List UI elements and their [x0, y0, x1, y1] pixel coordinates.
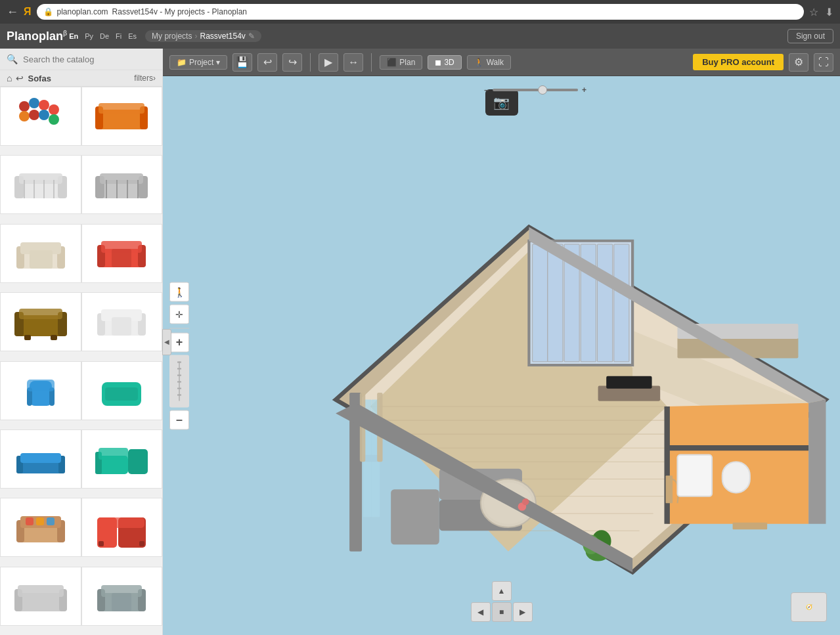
- zoom-tick-2: [177, 368, 181, 369]
- lang-de-button[interactable]: De: [98, 31, 111, 41]
- catalog-item-7[interactable]: [0, 292, 81, 351]
- nav-right-button[interactable]: ▶: [513, 602, 533, 622]
- breadcrumb-project-name[interactable]: Rassvet154v: [200, 32, 245, 41]
- buy-pro-button[interactable]: Buy PRO account: [693, 54, 784, 70]
- catalog-item-4[interactable]: [81, 155, 163, 214]
- url-text: planoplan.com: [57, 7, 108, 16]
- fullscreen-button[interactable]: ⛶: [814, 53, 833, 72]
- catalog-item-9[interactable]: [0, 361, 81, 420]
- svg-rect-115: [606, 376, 652, 389]
- catalog-item-11[interactable]: [0, 429, 81, 489]
- catalog-item-15[interactable]: [0, 567, 81, 626]
- lang-es-button[interactable]: Es: [126, 31, 139, 41]
- toolbar: 📁 Project ▾ 💾 ↩ ↪ ▶ ↔ ⬛ Plan: [163, 49, 840, 76]
- toolbar-separator-2: [371, 53, 372, 72]
- svg-rect-117: [391, 489, 439, 544]
- svg-rect-69: [47, 517, 55, 525]
- lang-ru-button[interactable]: Ру: [83, 31, 95, 41]
- breadcrumb: My projects › Rassvet154v ✎: [145, 30, 261, 42]
- app-logo: Planoplanβ: [7, 30, 67, 43]
- bookmark-icon[interactable]: ☆: [809, 6, 818, 18]
- home-icon[interactable]: ⌂: [7, 73, 12, 83]
- plan-icon: ⬛: [387, 58, 397, 67]
- measure-tool-button[interactable]: ↔: [343, 53, 363, 72]
- browser-url-bar[interactable]: 🔒 planoplan.com Rassvet154v - My project…: [37, 4, 805, 20]
- svg-rect-60: [128, 449, 148, 474]
- zoom-tick-3: [177, 374, 181, 376]
- redo-button[interactable]: ↪: [282, 53, 302, 72]
- browser-back-button[interactable]: ←: [7, 5, 18, 19]
- canvas-area[interactable]: 📷 – + 🚶 ✛ +: [163, 76, 840, 635]
- download-icon[interactable]: ⬇: [825, 6, 833, 18]
- nav-left-button[interactable]: ◀: [471, 602, 491, 622]
- svg-rect-37: [112, 249, 131, 267]
- svg-point-2: [39, 100, 49, 110]
- compass-button[interactable]: 🧭: [791, 592, 827, 622]
- catalog-item-16[interactable]: [81, 567, 163, 626]
- sign-out-button[interactable]: Sign out: [787, 29, 833, 43]
- lang-en-button[interactable]: En: [67, 31, 80, 41]
- sidebar: 🔍 ⌂ ↩ Sofas filters›: [0, 49, 163, 635]
- svg-point-3: [19, 111, 30, 121]
- catalog-item-1[interactable]: [0, 87, 81, 146]
- catalog-item-13[interactable]: [0, 498, 81, 557]
- zoom-slider[interactable]: [493, 89, 578, 91]
- left-tool-panel: 🚶 ✛ + –: [169, 282, 189, 429]
- svg-rect-68: [36, 517, 44, 525]
- breadcrumb-my-projects[interactable]: My projects: [152, 32, 192, 41]
- settings-icon: ⚙: [794, 56, 803, 68]
- svg-rect-78: [18, 585, 64, 597]
- undo-category-icon[interactable]: ↩: [16, 73, 24, 83]
- svg-point-0: [19, 101, 30, 112]
- zoom-in-button[interactable]: +: [169, 332, 189, 352]
- svg-rect-108: [533, 244, 548, 362]
- nav-up-button[interactable]: ▲: [492, 581, 512, 601]
- save-button[interactable]: 💾: [232, 53, 252, 72]
- navigation-arrows: ▲ ◀ ■ ▶: [471, 581, 533, 622]
- catalog-item-8[interactable]: [81, 292, 163, 351]
- catalog-item-3[interactable]: [0, 155, 81, 214]
- zoom-tick-6: [177, 394, 181, 395]
- zoom-tick-1: [177, 361, 181, 362]
- breadcrumb-edit-icon[interactable]: ✎: [248, 32, 255, 41]
- project-button[interactable]: 📁 Project ▾: [169, 55, 227, 70]
- camera-icon: 📷: [493, 95, 510, 110]
- svg-rect-42: [24, 335, 31, 340]
- svg-rect-109: [548, 244, 563, 362]
- svg-marker-130: [808, 400, 826, 524]
- select-tool-button[interactable]: ▶: [319, 53, 338, 72]
- search-input[interactable]: [23, 55, 156, 64]
- search-bar: 🔍: [0, 49, 162, 70]
- catalog-item-5[interactable]: [0, 224, 81, 283]
- cursor-icon: ▶: [324, 56, 332, 68]
- plan-view-button[interactable]: ⬛ Plan: [380, 55, 422, 70]
- lang-fi-button[interactable]: Fi: [114, 31, 123, 41]
- svg-rect-72: [97, 517, 144, 528]
- filters-link[interactable]: filters›: [134, 74, 156, 83]
- toolbar-separator-1: [310, 53, 311, 72]
- settings-button[interactable]: ⚙: [789, 53, 808, 72]
- svg-rect-43: [51, 335, 57, 340]
- catalog-item-6[interactable]: [81, 224, 163, 283]
- svg-rect-32: [30, 250, 53, 269]
- header-left: Planoplanβ En Ру De Fi Es My projects › …: [7, 30, 261, 43]
- catalog-item-12[interactable]: [81, 429, 163, 489]
- catalog-item-14[interactable]: [81, 498, 163, 557]
- nav-center-button[interactable]: ■: [492, 602, 512, 622]
- catalog-item-10[interactable]: [81, 361, 163, 420]
- zoom-minus-label: –: [484, 85, 489, 95]
- catalog-item-2[interactable]: [81, 87, 163, 146]
- compass-tool[interactable]: ✛: [169, 304, 189, 324]
- svg-point-7: [49, 114, 59, 125]
- zoom-out-button[interactable]: –: [169, 410, 189, 429]
- 3d-view-button[interactable]: ◼ 3D: [428, 55, 461, 70]
- svg-rect-48: [112, 317, 131, 336]
- walk-view-button[interactable]: 🚶 Walk: [467, 55, 511, 70]
- svg-rect-127: [677, 455, 712, 496]
- undo-button[interactable]: ↩: [257, 53, 277, 72]
- person-view-tool[interactable]: 🚶: [169, 282, 189, 301]
- filters-row: ⌂ ↩ Sofas filters›: [0, 70, 162, 87]
- floor-plan-3d: [294, 109, 833, 621]
- sidebar-collapse-button[interactable]: ◀: [162, 329, 171, 355]
- svg-point-4: [29, 110, 39, 120]
